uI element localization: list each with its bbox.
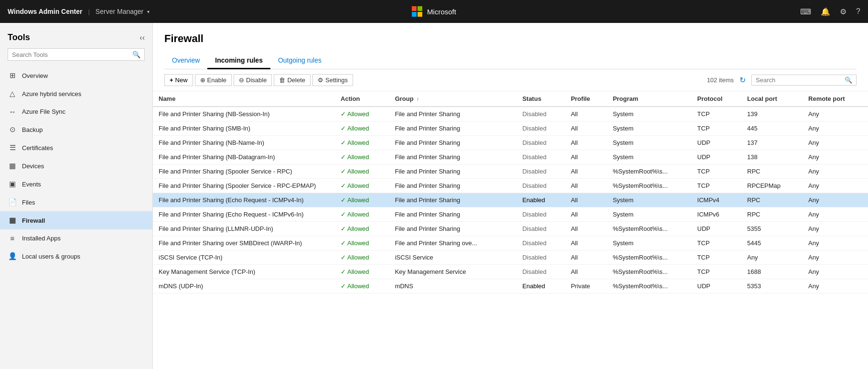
table-row[interactable]: iSCSI Service (TCP-In) ✓ Allowed iSCSI S… — [153, 250, 868, 265]
cell-group: File and Printer Sharing — [389, 179, 517, 193]
cell-remote-port: Any — [803, 164, 868, 179]
table-row[interactable]: File and Printer Sharing (SMB-In) ✓ Allo… — [153, 121, 868, 136]
col-action[interactable]: Action — [335, 91, 389, 107]
cell-protocol: TCP — [692, 164, 741, 179]
cell-action: ✓ Allowed — [335, 193, 389, 207]
cell-group: File and Printer Sharing ove... — [389, 236, 517, 250]
cell-protocol: ICMPv4 — [692, 193, 741, 207]
server-manager-chevron[interactable]: ▾ — [147, 9, 150, 14]
sidebar-item-firewall[interactable]: ▦ Firewall — [0, 211, 152, 229]
sort-asc-icon: ↑ — [417, 97, 419, 102]
search-tools-bar[interactable]: 🔍 — [8, 48, 145, 61]
sidebar-item-azure-file-sync[interactable]: ↔ Azure File Sync — [0, 103, 152, 120]
server-manager-label[interactable]: Server Manager — [96, 8, 143, 15]
cell-status: Disabled — [516, 265, 565, 279]
cell-status: Disabled — [516, 207, 565, 222]
cell-protocol: ICMPv6 — [692, 207, 741, 222]
azure-file-sync-icon: ↔ — [8, 108, 17, 116]
sidebar-item-devices[interactable]: ▦ Devices — [0, 157, 152, 175]
cell-program: %SystemRoot%\s... — [607, 179, 692, 193]
new-button[interactable]: + New — [164, 74, 193, 86]
cell-remote-port: Any — [803, 107, 868, 121]
col-group[interactable]: Group ↑ — [389, 91, 517, 107]
search-tools-input[interactable] — [12, 51, 132, 58]
table-row[interactable]: mDNS (UDP-In) ✓ Allowed mDNS Enabled Pri… — [153, 279, 868, 293]
cell-status: Disabled — [516, 107, 565, 121]
table-row[interactable]: File and Printer Sharing (LLMNR-UDP-In) … — [153, 222, 868, 236]
cell-status: Disabled — [516, 179, 565, 193]
cell-name: File and Printer Sharing (LLMNR-UDP-In) — [153, 222, 335, 236]
table-row[interactable]: File and Printer Sharing (NB-Name-In) ✓ … — [153, 136, 868, 150]
col-status[interactable]: Status — [516, 91, 565, 107]
col-remote-port[interactable]: Remote port — [803, 91, 868, 107]
col-protocol[interactable]: Protocol — [692, 91, 741, 107]
cell-profile: All — [565, 265, 607, 279]
refresh-button[interactable]: ↻ — [739, 76, 746, 85]
topbar-sep: | — [88, 8, 89, 15]
sidebar-item-files[interactable]: 📄 Files — [0, 193, 152, 211]
sidebar-item-backup[interactable]: ⊙ Backup — [0, 120, 152, 139]
cell-action: ✓ Allowed — [335, 121, 389, 136]
tab-incoming-rules[interactable]: Incoming rules — [207, 53, 270, 69]
cell-local-port: 5355 — [741, 222, 803, 236]
table-search-icon: 🔍 — [845, 76, 852, 84]
table-search-box[interactable]: 🔍 — [751, 75, 857, 86]
table-row[interactable]: File and Printer Sharing (Echo Request -… — [153, 207, 868, 222]
sidebar-collapse-btn[interactable]: ‹‹ — [139, 33, 145, 42]
notification-icon[interactable]: 🔔 — [821, 7, 830, 16]
sidebar-item-azure-hybrid[interactable]: △ Azure hybrid services — [0, 85, 152, 103]
cell-program: System — [607, 193, 692, 207]
cell-program: System — [607, 136, 692, 150]
sidebar-item-events[interactable]: ▣ Events — [0, 175, 152, 193]
sidebar-item-installed-apps[interactable]: ≡ Installed Apps — [0, 229, 152, 247]
cell-profile: All — [565, 121, 607, 136]
col-profile[interactable]: Profile — [565, 91, 607, 107]
cell-remote-port: Any — [803, 236, 868, 250]
cell-name: File and Printer Sharing (Spooler Servic… — [153, 179, 335, 193]
table-row[interactable]: File and Printer Sharing (NB-Session-In)… — [153, 107, 868, 121]
enable-button[interactable]: ⊕ Enable — [195, 74, 232, 86]
col-program[interactable]: Program — [607, 91, 692, 107]
content-area: Firewall Overview Incoming rules Outgoin… — [153, 23, 868, 369]
table-row[interactable]: File and Printer Sharing (NB-Datagram-In… — [153, 150, 868, 164]
cell-action: ✓ Allowed — [335, 179, 389, 193]
cell-action: ✓ Allowed — [335, 222, 389, 236]
help-icon[interactable]: ? — [856, 7, 860, 16]
table-row[interactable]: File and Printer Sharing (Spooler Servic… — [153, 164, 868, 179]
col-local-port[interactable]: Local port — [741, 91, 803, 107]
col-name[interactable]: Name — [153, 91, 335, 107]
settings-button[interactable]: ⚙ Settings — [312, 74, 353, 86]
devices-icon: ▦ — [8, 162, 17, 170]
cell-program: %SystemRoot%\s... — [607, 164, 692, 179]
sidebar-nav: ⊞ Overview △ Azure hybrid services ↔ Azu… — [0, 66, 152, 369]
sidebar-item-certificates[interactable]: ☰ Certificates — [0, 139, 152, 157]
enable-icon: ⊕ — [200, 76, 205, 84]
cell-protocol: UDP — [692, 279, 741, 293]
delete-button[interactable]: 🗑 Delete — [274, 74, 311, 86]
table-row[interactable]: File and Printer Sharing over SMBDirect … — [153, 236, 868, 250]
tab-overview[interactable]: Overview — [164, 53, 207, 69]
tab-outgoing-rules[interactable]: Outgoing rules — [270, 53, 329, 69]
cell-profile: All — [565, 207, 607, 222]
sidebar-item-label-azure-hybrid: Azure hybrid services — [22, 90, 81, 98]
cell-status: Disabled — [516, 164, 565, 179]
table-row[interactable]: File and Printer Sharing (Echo Request -… — [153, 193, 868, 207]
table-search-input[interactable] — [756, 76, 845, 84]
cell-protocol: TCP — [692, 107, 741, 121]
settings-icon[interactable]: ⚙ — [840, 7, 847, 16]
firewall-icon: ▦ — [8, 216, 17, 225]
sidebar-item-overview[interactable]: ⊞ Overview — [0, 66, 152, 85]
cell-name: File and Printer Sharing (NB-Datagram-In… — [153, 150, 335, 164]
sidebar-item-local-users[interactable]: 👤 Local users & groups — [0, 247, 152, 265]
terminal-icon[interactable]: ⌨ — [800, 7, 811, 16]
table-row[interactable]: Key Management Service (TCP-In) ✓ Allowe… — [153, 265, 868, 279]
sidebar: Tools ‹‹ 🔍 ⊞ Overview △ Azure hybrid ser… — [0, 23, 153, 369]
disable-button[interactable]: ⊖ Disable — [234, 74, 272, 86]
firewall-table-container: Name Action Group ↑ Status Profile Progr… — [153, 91, 868, 369]
table-row[interactable]: File and Printer Sharing (Spooler Servic… — [153, 179, 868, 193]
cell-protocol: UDP — [692, 222, 741, 236]
sidebar-header: Tools ‹‹ — [0, 23, 152, 48]
cell-local-port: 138 — [741, 150, 803, 164]
cell-local-port: 139 — [741, 107, 803, 121]
cell-name: File and Printer Sharing (NB-Name-In) — [153, 136, 335, 150]
